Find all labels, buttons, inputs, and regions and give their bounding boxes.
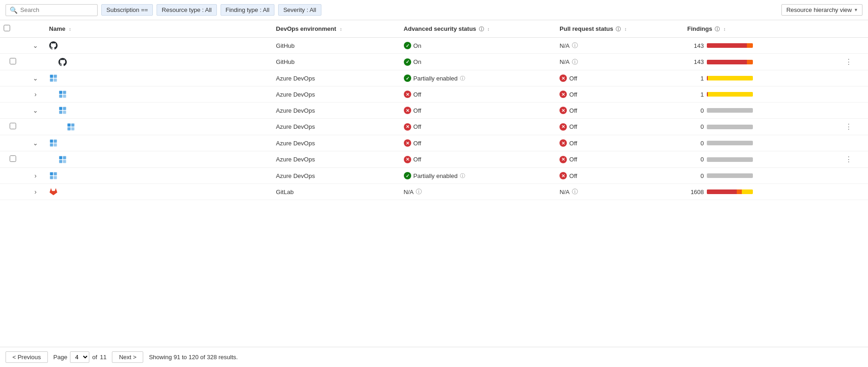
pr-info-icon[interactable]: ⓘ — [616, 26, 621, 32]
name-sort-icon[interactable]: ↕ — [69, 27, 71, 32]
pr-status: N/Aⓘ — [559, 41, 680, 50]
search-icon: 🔍 — [10, 6, 17, 14]
row-findings-cell: 1608 — [684, 184, 840, 200]
svg-rect-14 — [67, 127, 70, 130]
th-select-all[interactable] — [0, 20, 25, 38]
na-info: ⓘ — [572, 188, 578, 196]
devops-sort-icon[interactable]: ↕ — [340, 27, 342, 32]
row-expand-cell[interactable] — [25, 151, 45, 168]
finding-type-filter[interactable]: Finding type : All — [221, 4, 274, 16]
pr-status: Off — [559, 75, 680, 82]
row-name-cell — [46, 151, 273, 168]
th-devops[interactable]: DevOps environment ↕ — [272, 20, 400, 38]
expand-icon[interactable] — [35, 91, 37, 98]
security-status: N/Aⓘ — [404, 188, 553, 196]
row-actions-cell[interactable]: ⋮ — [839, 119, 868, 135]
hierarchy-view-button[interactable]: Resource hierarchy view ▾ — [781, 4, 862, 16]
row-expand-cell[interactable] — [25, 54, 45, 70]
na-info: ⓘ — [572, 41, 578, 50]
collapse-icon[interactable] — [33, 75, 38, 82]
row-checkbox-cell — [0, 70, 25, 86]
collapse-icon[interactable] — [33, 42, 38, 49]
more-options-icon[interactable]: ⋮ — [843, 123, 854, 131]
row-devops-label: GitHub — [276, 42, 294, 49]
more-options-icon[interactable]: ⋮ — [843, 155, 854, 163]
findings-info-icon[interactable]: ⓘ — [715, 26, 720, 32]
row-checkbox[interactable] — [10, 58, 16, 64]
row-checkbox[interactable] — [10, 123, 16, 129]
svg-rect-8 — [59, 107, 62, 110]
expand-icon[interactable] — [35, 172, 37, 179]
th-security[interactable]: Advanced security status ⓘ ↕ — [400, 20, 556, 38]
findings-bar — [707, 92, 753, 97]
row-security-cell: On — [400, 54, 556, 70]
table-container: Name ↕ DevOps environment ↕ Advanced sec… — [0, 20, 868, 200]
row-expand-cell[interactable] — [25, 38, 45, 54]
row-devops-label: Azure DevOps — [276, 123, 315, 130]
resource-type-filter[interactable]: Resource type : All — [157, 4, 216, 16]
search-box[interactable]: 🔍 — [6, 4, 98, 16]
row-name-cell — [46, 86, 273, 103]
row-expand-cell[interactable] — [25, 86, 45, 103]
row-actions-cell — [839, 168, 868, 184]
row-name-cell — [46, 184, 273, 200]
row-expand-cell[interactable] — [25, 184, 45, 200]
row-actions-cell — [839, 38, 868, 54]
more-options-icon[interactable]: ⋮ — [843, 58, 854, 66]
th-devops-label: DevOps environment — [276, 25, 336, 32]
row-actions-cell[interactable]: ⋮ — [839, 54, 868, 70]
th-pr[interactable]: Pull request status ⓘ ↕ — [556, 20, 683, 38]
row-devops-cell: Azure DevOps — [272, 103, 400, 119]
subscription-filter[interactable]: Subscription == — [101, 4, 153, 16]
svg-rect-7 — [63, 95, 66, 98]
row-actions-cell — [839, 135, 868, 151]
row-expand-cell[interactable] — [25, 70, 45, 86]
findings-value: 143 — [687, 58, 836, 65]
search-input[interactable] — [20, 6, 93, 13]
row-checkbox-cell[interactable] — [0, 54, 25, 70]
security-status: Off — [404, 156, 553, 163]
row-actions-cell[interactable]: ⋮ — [839, 151, 868, 168]
row-checkbox-cell[interactable] — [0, 151, 25, 168]
row-devops-label: GitLab — [276, 189, 293, 195]
th-findings[interactable]: Findings ⓘ ↕ — [684, 20, 840, 38]
select-all-checkbox[interactable] — [4, 25, 10, 31]
status-dot-red — [559, 139, 567, 147]
security-sort-icon[interactable]: ↕ — [487, 27, 489, 32]
collapse-icon[interactable] — [33, 107, 38, 114]
severity-filter[interactable]: Severity : All — [278, 4, 321, 16]
row-expand-cell[interactable] — [25, 119, 45, 135]
row-icon — [49, 139, 58, 147]
pr-sort-icon[interactable]: ↕ — [624, 27, 627, 32]
status-dot-red — [404, 156, 411, 163]
svg-rect-3 — [53, 79, 57, 82]
findings-bar-empty — [707, 157, 753, 162]
status-dot-red — [559, 156, 567, 163]
security-label: On — [414, 42, 421, 49]
row-checkbox-cell[interactable] — [0, 119, 25, 135]
svg-rect-23 — [63, 160, 66, 163]
findings-bar — [707, 43, 753, 48]
th-pr-label: Pull request status — [559, 25, 613, 32]
expand-icon[interactable] — [35, 188, 37, 195]
table-row: Azure DevOps Partially enabledⓘ Off 1 — [0, 70, 868, 86]
svg-rect-16 — [50, 140, 53, 143]
table-row: Azure DevOps Off Off 0 ⋮ — [0, 151, 868, 168]
svg-rect-11 — [63, 111, 66, 114]
svg-rect-26 — [50, 176, 53, 179]
findings-number: 1 — [687, 75, 704, 82]
findings-number: 0 — [687, 123, 704, 130]
collapse-icon[interactable] — [33, 139, 38, 147]
row-expand-cell[interactable] — [25, 135, 45, 151]
row-devops-cell: GitHub — [272, 54, 400, 70]
row-checkbox[interactable] — [10, 155, 16, 162]
security-info-icon[interactable]: ⓘ — [479, 26, 484, 32]
svg-rect-4 — [59, 91, 62, 94]
row-expand-cell[interactable] — [25, 168, 45, 184]
th-name[interactable]: Name ↕ — [46, 20, 273, 38]
findings-sort-icon[interactable]: ↕ — [723, 27, 726, 32]
findings-value: 1 — [687, 75, 836, 82]
row-expand-cell[interactable] — [25, 103, 45, 119]
row-devops-cell: GitHub — [272, 38, 400, 54]
security-label: Off — [414, 156, 421, 163]
